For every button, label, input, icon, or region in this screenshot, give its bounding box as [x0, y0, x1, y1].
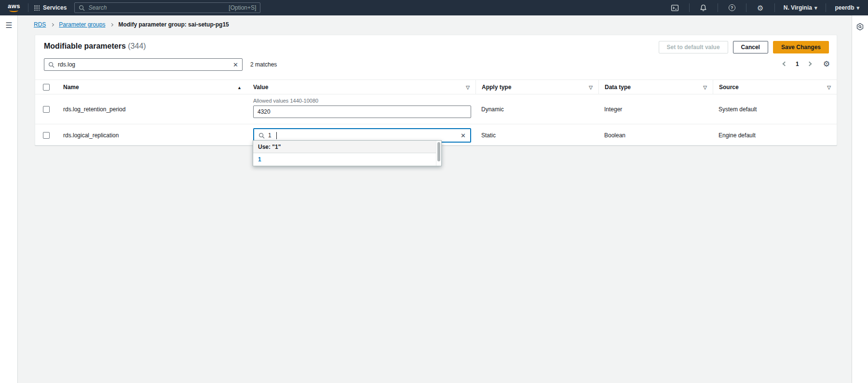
source-value: Engine default	[713, 132, 837, 139]
breadcrumb-separator-icon	[110, 23, 113, 26]
services-grid-icon	[34, 5, 40, 11]
value-input[interactable]	[253, 106, 471, 118]
parameter-filter-box	[44, 58, 243, 71]
filter-row: 2 matches	[44, 58, 277, 71]
cloudshell-button[interactable]	[667, 2, 683, 13]
nav-divider	[718, 3, 718, 12]
region-label: N. Virginia	[784, 4, 812, 11]
column-label: Apply type	[482, 84, 511, 91]
search-icon	[258, 132, 265, 139]
row-checkbox[interactable]	[43, 106, 50, 113]
source-value: System default	[713, 106, 837, 113]
filter-triangle-icon[interactable]	[466, 84, 470, 91]
apply-type-value: Dynamic	[475, 106, 598, 113]
global-search-box[interactable]: [Option+S]	[74, 2, 260, 13]
nav-right-cluster: N. Virginia peerdb	[667, 2, 862, 13]
column-header-value[interactable]: Value	[247, 80, 475, 94]
services-label: Services	[43, 4, 67, 11]
text-cursor	[276, 132, 277, 139]
breadcrumb: RDS Parameter groups Modify parameter gr…	[34, 21, 229, 28]
nav-divider	[774, 3, 775, 12]
breadcrumb-rds-link[interactable]: RDS	[34, 21, 46, 28]
row-checkbox[interactable]	[43, 132, 50, 139]
select-all-checkbox[interactable]	[43, 84, 50, 91]
clear-filter-icon[interactable]	[233, 61, 238, 68]
hamburger-menu-button[interactable]	[4, 20, 14, 30]
settings-button[interactable]	[752, 2, 769, 13]
chevron-down-icon	[856, 4, 859, 11]
filter-triangle-icon[interactable]	[827, 84, 831, 91]
column-header-source[interactable]: Source	[713, 80, 837, 94]
nav-divider	[826, 3, 826, 12]
breadcrumb-separator-icon	[51, 23, 54, 26]
filter-triangle-icon[interactable]	[703, 84, 707, 91]
column-header-name[interactable]: Name	[57, 80, 247, 94]
current-page-number[interactable]: 1	[796, 61, 799, 67]
global-search-input[interactable]	[88, 4, 225, 11]
services-menu[interactable]: Services	[34, 4, 67, 11]
dropdown-option[interactable]: 1	[253, 153, 441, 166]
chevron-down-icon	[814, 4, 817, 11]
table-row: rds.log_retention_period Allowed values …	[35, 94, 837, 124]
modifiable-parameters-panel: Modifiable parameters (344) Set to defau…	[35, 35, 837, 145]
hexagon-panel-icon	[856, 23, 864, 31]
search-icon	[48, 62, 54, 68]
search-shortcut-hint: [Option+S]	[229, 4, 256, 11]
value-cell: Allowed values 1440-10080	[247, 94, 475, 118]
nav-divider	[746, 3, 746, 12]
cancel-button[interactable]: Cancel	[733, 41, 768, 53]
nav-divider	[689, 3, 690, 12]
column-header-apply-type[interactable]: Apply type	[475, 80, 598, 94]
dropdown-use-entered-value[interactable]: Use: "1"	[253, 141, 441, 153]
table-preferences-gear-icon[interactable]	[823, 59, 830, 68]
value-combobox-input[interactable]	[268, 132, 275, 139]
cloudshell-icon	[671, 4, 679, 12]
next-page-button[interactable]	[806, 60, 814, 68]
account-menu[interactable]: peerdb	[832, 4, 862, 11]
bell-icon	[699, 4, 707, 12]
region-selector[interactable]: N. Virginia	[781, 4, 820, 11]
search-icon	[79, 5, 85, 11]
pagination: 1	[781, 59, 830, 68]
nav-divider	[28, 3, 28, 12]
notifications-button[interactable]	[695, 2, 712, 13]
parameter-name: rds.logical_replication	[57, 132, 247, 139]
page-title: Modifiable parameters	[44, 42, 126, 50]
data-type-value: Integer	[598, 106, 713, 113]
sort-ascending-icon[interactable]	[237, 84, 242, 91]
column-label: Data type	[605, 84, 631, 91]
table-header-row: Name Value Apply type Data type Source	[35, 80, 837, 94]
chevron-right-icon	[807, 62, 812, 66]
column-header-data-type[interactable]: Data type	[598, 80, 713, 94]
header-checkbox-cell	[35, 84, 57, 91]
column-label: Name	[63, 84, 79, 91]
right-side-rail	[852, 15, 868, 383]
save-changes-button[interactable]: Save Changes	[773, 41, 829, 53]
previous-page-button[interactable]	[781, 60, 789, 68]
account-label: peerdb	[835, 4, 854, 11]
set-to-default-button[interactable]: Set to default value	[659, 41, 728, 53]
match-count: 2 matches	[250, 61, 277, 68]
left-side-rail	[0, 15, 18, 383]
side-panel-toggle-button[interactable]	[855, 21, 866, 32]
aws-logo[interactable]: aws	[6, 2, 22, 13]
allowed-values-hint: Allowed values 1440-10080	[253, 98, 470, 104]
scrollbar-thumb[interactable]	[437, 142, 440, 161]
parameter-name: rds.log_retention_period	[57, 106, 247, 113]
dropdown-scrollbar[interactable]	[436, 141, 441, 166]
column-label: Value	[253, 84, 268, 91]
parameter-filter-input[interactable]	[58, 61, 230, 68]
help-icon	[729, 4, 735, 11]
clear-value-icon[interactable]	[461, 132, 466, 139]
chevron-left-icon	[783, 62, 787, 66]
breadcrumb-parameter-groups-link[interactable]: Parameter groups	[59, 21, 105, 28]
filter-triangle-icon[interactable]	[589, 84, 593, 91]
action-buttons: Set to default value Cancel Save Changes	[659, 41, 829, 53]
apply-type-value: Static	[475, 132, 598, 139]
aws-smile-icon	[9, 9, 18, 12]
breadcrumb-current-page: Modify parameter group: sai-setup-pg15	[118, 21, 229, 28]
parameters-table: Name Value Apply type Data type Source	[35, 79, 837, 146]
panel-header: Modifiable parameters (344)	[44, 42, 146, 51]
row-checkbox-cell	[35, 132, 57, 139]
help-button[interactable]	[724, 2, 740, 13]
